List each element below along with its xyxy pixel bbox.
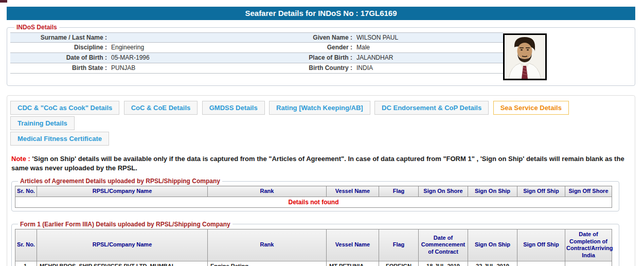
dob-label: Date of Birth : [10,53,111,63]
place-of-birth-value: JALANDHAR [356,53,503,63]
col-sign-off-shore: Sign Off Shore [565,186,612,197]
col-rank: Rank [208,186,327,197]
gender-value: Male [356,43,503,52]
note-prefix: Note : [11,155,30,163]
form1-legend: Form 1 (Earlier Form IIIA) Details uploa… [18,221,232,228]
articles-of-agreement-section: Articles of Agreement Details uploaded b… [11,178,619,211]
birth-country-value: INDIA [356,63,503,73]
detail-row: Birth State : PUNJAB Birth Country : IND… [10,63,503,74]
screen-edge-artifact [0,0,7,3]
table-row: 1. MEHDI BROS. SHIP SERVICES PVT LTD.,MU… [15,261,612,266]
cell-sign-on-ship: 22-JUL-2019 [468,261,517,266]
birth-state-value: PUNJAB [111,63,309,73]
articles-of-agreement-table: Sr. No. RPSL/Company Name Rank Vessel Na… [15,186,612,208]
col-company: RPSL/Company Name [37,229,208,261]
articles-of-agreement-legend: Articles of Agreement Details uploaded b… [18,178,222,185]
tab-training-details[interactable]: Training Details [10,116,75,130]
col-commencement-date: Date of Commencement of Contract [419,229,468,261]
given-name-value: WILSON PAUL [356,33,503,43]
table-header-row: Sr. No. RPSL/Company Name Rank Vessel Na… [15,186,612,197]
tab-dc-endorsement-cop[interactable]: DC Endorsement & CoP Details [374,101,489,115]
page-title: Seafarer Details for INDoS No : 17GL6169 [7,7,635,20]
cell-commencement-date: 18-JUL-2019 [419,261,468,266]
tab-bar-row-1: CDC & "CoC as Cook" Details CoC & CoE De… [10,101,632,132]
col-sign-on-ship: Sign On Ship [468,229,517,261]
empty-row: Details not found [15,197,612,207]
sign-on-ship-note: Note : 'Sign on Ship' details will be av… [11,154,631,172]
tab-content-panel: CDC & "CoC as Cook" Details CoC & CoE De… [7,95,635,266]
cell-sign-off-ship [517,261,565,266]
place-of-birth-label: Place of Birth : [309,53,356,63]
col-rank: Rank [208,229,327,261]
tab-bar-row-2: Medical Fitness Certificate [10,132,632,147]
col-company: RPSL/Company Name [37,186,208,197]
col-flag: Flag [379,186,419,197]
tab-cdc-coc-as-cook[interactable]: CDC & "CoC as Cook" Details [10,101,119,115]
page-container: Seafarer Details for INDoS No : 17GL6169… [7,7,635,266]
indos-details-grid: Surname / Last Name : Given Name : WILSO… [10,32,503,74]
tab-medical-fitness-certificate[interactable]: Medical Fitness Certificate [10,132,109,146]
form1-section: Form 1 (Earlier Form IIIA) Details uploa… [11,221,619,266]
cell-company: MEHDI BROS. SHIP SERVICES PVT LTD.,MUMBA… [37,261,208,266]
col-sign-off-ship: Sign Off Ship [517,186,565,197]
col-sr-no: Sr. No. [15,186,37,197]
col-sign-on-ship: Sign On Ship [468,186,517,197]
cell-sr-no: 1. [15,261,37,266]
col-vessel: Vessel Name [327,229,379,261]
indos-details-legend: INDoS Details [14,24,59,31]
detail-row: Discipline : Engineering Gender : Male [10,43,503,53]
col-sign-on-shore: Sign On Shore [419,186,468,197]
table-header-row: Sr. No. RPSL/Company Name Rank Vessel Na… [15,229,612,261]
tab-gmdss[interactable]: GMDSS Details [202,101,265,115]
detail-row: Surname / Last Name : Given Name : WILSO… [10,32,503,43]
discipline-label: Discipline : [10,43,111,52]
col-sr-no: Sr. No. [15,229,37,261]
note-text: 'Sign on Ship' details will be available… [11,155,624,172]
col-vessel: Vessel Name [327,186,379,197]
seafarer-photo [503,33,547,80]
col-flag: Flag [379,229,419,261]
gender-label: Gender : [309,43,356,52]
given-name-label: Given Name : [309,33,356,43]
col-sign-off-ship: Sign Off Ship [517,229,565,261]
dob-value: 05-MAR-1996 [111,53,309,63]
cell-completion-date [565,261,612,266]
cell-flag: FOREIGN [379,261,419,266]
col-completion-date: Date of Completion of Contract/Arriving … [565,229,612,261]
cell-vessel: MT PETUNIA [327,261,379,266]
surname-label: Surname / Last Name : [10,33,111,43]
cell-rank: Engine Rating [208,261,327,266]
discipline-value: Engineering [111,43,309,52]
tab-rating-watch-keeping[interactable]: Rating [Watch Keeping/AB] [269,101,370,115]
tab-sea-service-details[interactable]: Sea Service Details [493,101,569,115]
detail-row: Date of Birth : 05-MAR-1996 Place of Bir… [10,53,503,63]
birth-state-label: Birth State : [10,63,111,73]
tab-coc-coe[interactable]: CoC & CoE Details [124,101,198,115]
birth-country-label: Birth Country : [309,63,356,73]
indos-details-section: INDoS Details Surname / Last Name : Give… [7,24,635,86]
form1-table: Sr. No. RPSL/Company Name Rank Vessel Na… [15,229,612,266]
details-not-found-message: Details not found [15,197,612,207]
surname-value [111,33,309,43]
